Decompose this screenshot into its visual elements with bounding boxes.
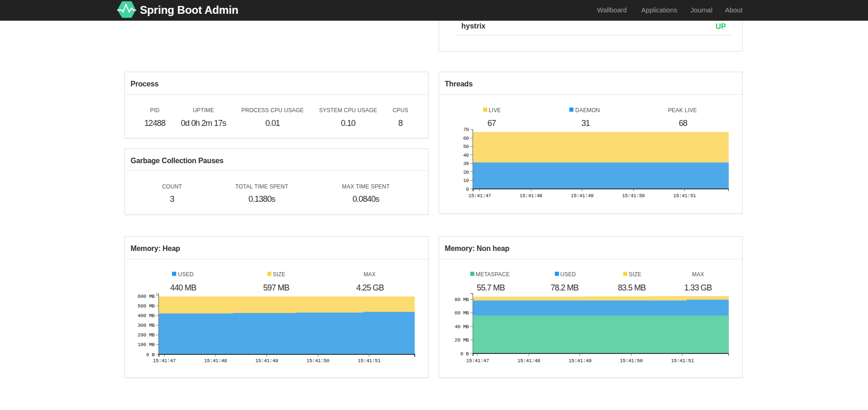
svg-text:31: 31	[581, 119, 590, 128]
svg-text:60: 60	[463, 136, 468, 141]
svg-text:200 MB: 200 MB	[138, 332, 155, 338]
svg-text:15:41:47: 15:41:47	[466, 358, 489, 364]
svg-text:40 MB: 40 MB	[455, 324, 469, 330]
svg-text:0 B: 0 B	[460, 351, 469, 357]
svg-text:15:41:47: 15:41:47	[468, 193, 491, 199]
svg-text:12488: 12488	[144, 119, 165, 128]
svg-text:20 MB: 20 MB	[455, 337, 469, 343]
svg-text:15:41:49: 15:41:49	[571, 193, 594, 199]
svg-text:SIZE: SIZE	[273, 271, 285, 278]
svg-text:15:41:47: 15:41:47	[153, 358, 176, 364]
svg-text:70: 70	[463, 127, 468, 132]
svg-text:Threads: Threads	[445, 80, 473, 88]
svg-text:55.7 MB: 55.7 MB	[477, 283, 505, 292]
svg-text:20: 20	[463, 170, 468, 175]
svg-text:USED: USED	[560, 271, 576, 278]
svg-text:15:41:50: 15:41:50	[620, 358, 643, 364]
svg-text:About: About	[725, 6, 743, 14]
svg-text:83.5 MB: 83.5 MB	[618, 283, 646, 292]
svg-text:USED: USED	[178, 271, 194, 278]
svg-text:10: 10	[463, 178, 468, 183]
svg-text:PROCESS CPU USAGE: PROCESS CPU USAGE	[241, 107, 304, 114]
svg-text:300 MB: 300 MB	[138, 323, 155, 328]
svg-text:60 MB: 60 MB	[455, 310, 469, 316]
svg-text:15:41:51: 15:41:51	[673, 193, 696, 199]
svg-text:67: 67	[487, 119, 496, 128]
svg-text:Process: Process	[130, 80, 158, 88]
svg-text:15:41:49: 15:41:49	[255, 358, 278, 364]
svg-text:1.33 GB: 1.33 GB	[684, 283, 712, 292]
svg-text:15:41:48: 15:41:48	[519, 193, 542, 199]
svg-text:Wallboard: Wallboard	[597, 6, 627, 14]
svg-text:15:41:48: 15:41:48	[204, 358, 227, 364]
svg-text:Garbage Collection Pauses: Garbage Collection Pauses	[130, 157, 223, 165]
svg-text:3: 3	[170, 194, 175, 204]
svg-text:15:41:50: 15:41:50	[306, 358, 329, 364]
svg-text:600 MB: 600 MB	[138, 294, 155, 299]
svg-text:Spring Boot Admin: Spring Boot Admin	[140, 4, 238, 16]
svg-text:MAX: MAX	[692, 271, 705, 278]
svg-text:Memory: Heap: Memory: Heap	[130, 245, 180, 252]
svg-text:15:41:50: 15:41:50	[622, 193, 645, 199]
svg-text:0d 0h 2m 17s: 0d 0h 2m 17s	[181, 119, 226, 128]
svg-text:0.1380s: 0.1380s	[248, 194, 276, 204]
svg-text:Memory: Non heap: Memory: Non heap	[445, 245, 509, 252]
svg-text:PID: PID	[150, 107, 160, 114]
svg-text:Journal: Journal	[691, 6, 713, 14]
svg-text:0.01: 0.01	[265, 119, 280, 128]
svg-text:40: 40	[463, 153, 468, 158]
svg-text:0.0840s: 0.0840s	[353, 194, 380, 204]
svg-text:SYSTEM CPU USAGE: SYSTEM CPU USAGE	[319, 107, 378, 114]
svg-text:CPUS: CPUS	[393, 107, 408, 114]
svg-text:68: 68	[679, 119, 688, 128]
svg-text:4.25 GB: 4.25 GB	[356, 283, 384, 292]
svg-text:400 MB: 400 MB	[138, 313, 155, 319]
svg-text:8: 8	[398, 119, 403, 128]
svg-text:Applications: Applications	[641, 6, 677, 14]
svg-text:METASPACE: METASPACE	[476, 271, 510, 278]
svg-text:440 MB: 440 MB	[170, 283, 197, 292]
svg-text:0 B: 0 B	[146, 352, 155, 358]
svg-text:hystrix: hystrix	[462, 22, 486, 30]
svg-text:TOTAL TIME SPENT: TOTAL TIME SPENT	[235, 183, 288, 190]
svg-text:50: 50	[463, 144, 468, 149]
svg-text:MAX: MAX	[363, 271, 376, 278]
svg-text:500 MB: 500 MB	[138, 303, 155, 309]
svg-text:PEAK LIVE: PEAK LIVE	[668, 107, 697, 114]
svg-text:MAX TIME SPENT: MAX TIME SPENT	[342, 183, 390, 190]
svg-text:LIVE: LIVE	[489, 107, 501, 114]
svg-text:15:41:49: 15:41:49	[569, 358, 592, 364]
svg-text:0: 0	[466, 187, 469, 192]
svg-text:30: 30	[463, 161, 468, 166]
svg-text:597 MB: 597 MB	[263, 283, 290, 292]
svg-text:SIZE: SIZE	[629, 271, 641, 278]
svg-text:DAEMON: DAEMON	[575, 107, 600, 114]
svg-text:UPTIME: UPTIME	[193, 107, 214, 114]
svg-text:15:41:51: 15:41:51	[671, 358, 694, 364]
svg-text:0.10: 0.10	[341, 119, 355, 128]
svg-text:78.2 MB: 78.2 MB	[551, 283, 579, 292]
svg-text:15:41:51: 15:41:51	[358, 358, 381, 364]
svg-text:COUNT: COUNT	[162, 183, 182, 190]
svg-text:80 MB: 80 MB	[455, 297, 469, 302]
svg-text:100 MB: 100 MB	[138, 342, 155, 347]
svg-text:UP: UP	[716, 23, 726, 30]
svg-text:15:41:48: 15:41:48	[517, 358, 540, 364]
